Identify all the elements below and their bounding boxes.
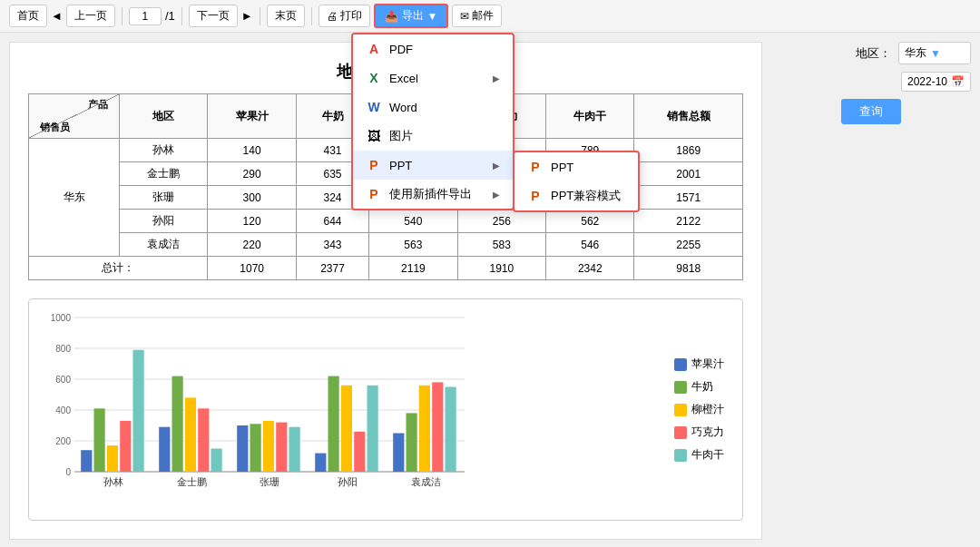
submenu-ppt-label: PPT (551, 161, 573, 174)
next-page-button[interactable]: 下一页 (189, 5, 238, 27)
region-dropdown-arrow: ▼ (930, 47, 941, 60)
col-header-4: 牛肉干 (546, 94, 634, 139)
menu-item-word[interactable]: W Word (353, 93, 513, 122)
svg-rect-17 (393, 434, 404, 473)
legend-color (674, 449, 687, 462)
legend-color (674, 426, 687, 439)
menu-item-ppt[interactable]: P PPT ▶ P PPT P PPT兼容模式 (353, 151, 513, 180)
page-number-input[interactable] (129, 7, 162, 25)
legend-label: 牛肉干 (691, 447, 724, 463)
menu-item-ppt-label: PPT (389, 159, 412, 172)
svg-rect-34 (211, 449, 222, 473)
svg-text:0: 0 (65, 467, 71, 477)
legend-label: 柳橙汁 (691, 402, 724, 417)
region-cell: 华东 (29, 139, 120, 257)
menu-item-excel[interactable]: X Excel ▶ (353, 63, 513, 93)
menu-item-plugin[interactable]: P 使用新插件导出 ▶ (353, 180, 513, 209)
svg-rect-18 (94, 408, 105, 472)
svg-rect-16 (315, 454, 326, 472)
data-cell: 2122 (634, 210, 743, 233)
image-icon: 🖼 (366, 128, 382, 144)
region-row: 地区： 华东 ▼ (771, 42, 971, 64)
svg-text:孙林: 孙林 (103, 476, 123, 487)
chart-legend: 苹果汁牛奶柳橙汁巧克力牛肉干 (674, 308, 733, 511)
plugin-icon: P (366, 186, 382, 202)
legend-color (674, 404, 687, 416)
menu-item-plugin-label: 使用新插件导出 (389, 186, 472, 202)
toolbar: 首页 ◄ 上一页 /1 下一页 ► 末页 🖨 打印 📤 导出 ▼ ✉ 邮件 (0, 0, 980, 33)
col-header-0: 苹果汁 (208, 94, 296, 139)
first-page-button[interactable]: 首页 (9, 5, 47, 27)
total-cell: 2342 (546, 257, 634, 280)
region-value: 华东 (905, 45, 926, 61)
table-corner-header: 产品 销售员 (29, 94, 120, 139)
excel-icon: X (366, 70, 382, 86)
svg-rect-20 (250, 424, 261, 472)
row-name-cell: 孙阳 (120, 210, 208, 233)
export-dropdown-menu: A PDF X Excel ▶ W Word 🖼 图片 P PPT ▶ P PP… (351, 33, 514, 210)
svg-rect-35 (289, 427, 300, 472)
svg-rect-22 (407, 413, 417, 472)
prev-page-button[interactable]: 上一页 (66, 5, 115, 27)
query-button[interactable]: 查询 (841, 99, 901, 124)
svg-rect-31 (354, 432, 365, 472)
print-button[interactable]: 🖨 打印 (318, 5, 370, 27)
legend-item: 苹果汁 (674, 357, 724, 372)
region-label: 地区： (856, 45, 891, 62)
svg-rect-33 (133, 350, 144, 472)
legend-color (674, 358, 687, 371)
data-cell: 583 (457, 233, 545, 257)
ppt-submenu: P PPT P PPT兼容模式 (513, 151, 640, 212)
svg-rect-36 (368, 386, 378, 472)
svg-text:400: 400 (55, 405, 71, 415)
mail-label: 邮件 (472, 8, 494, 24)
ppt-icon: P (366, 157, 382, 173)
page-total: /1 (165, 9, 175, 23)
svg-rect-15 (237, 425, 248, 472)
chart-container: 02004006008001000孙林金士鹏张珊孙阳袁成洁 苹果汁牛奶柳橙汁巧克… (38, 308, 733, 511)
excel-arrow-icon: ▶ (493, 73, 500, 83)
toolbar-divider-2 (181, 7, 182, 25)
data-cell: 290 (208, 162, 296, 186)
legend-item: 巧克力 (674, 425, 724, 440)
menu-item-image-label: 图片 (389, 128, 413, 144)
data-cell: 256 (457, 210, 545, 233)
data-cell: 140 (208, 139, 296, 162)
export-button[interactable]: 📤 导出 ▼ (374, 4, 449, 28)
menu-item-pdf[interactable]: A PDF (353, 34, 513, 63)
menu-item-word-label: Word (389, 101, 417, 114)
mail-button[interactable]: ✉ 邮件 (452, 5, 502, 27)
pdf-icon: A (366, 41, 382, 57)
export-icon: 📤 (385, 10, 398, 23)
svg-rect-13 (81, 450, 92, 472)
region-select[interactable]: 华东 ▼ (898, 42, 971, 64)
date-value: 2022-10 (907, 75, 947, 88)
next-page-label: 下一页 (197, 8, 230, 24)
legend-item: 牛肉干 (674, 447, 724, 463)
chart-area: 02004006008001000孙林金士鹏张珊孙阳袁成洁 苹果汁牛奶柳橙汁巧克… (28, 298, 743, 521)
right-panel: 地区： 华东 ▼ 2022-10 📅 查询 (771, 42, 971, 540)
svg-rect-30 (276, 423, 287, 472)
menu-item-pdf-label: PDF (389, 43, 413, 56)
word-icon: W (366, 99, 382, 115)
ppt-arrow-icon: ▶ (493, 161, 500, 171)
export-dropdown-arrow: ▼ (427, 10, 438, 23)
svg-text:张珊: 张珊 (260, 476, 279, 487)
last-page-button[interactable]: 末页 (267, 5, 305, 27)
query-label: 查询 (859, 104, 883, 118)
date-input[interactable]: 2022-10 📅 (901, 72, 971, 92)
svg-text:600: 600 (55, 375, 71, 385)
total-cell: 9818 (634, 257, 743, 280)
bar-chart: 02004006008001000孙林金士鹏张珊孙阳袁成洁 (38, 308, 474, 508)
submenu-ppt-icon: P (527, 159, 544, 175)
toolbar-divider-4 (311, 7, 312, 25)
submenu-ppt-normal[interactable]: P PPT (514, 152, 638, 181)
legend-item: 柳橙汁 (674, 402, 724, 417)
legend-label: 牛奶 (691, 379, 713, 395)
svg-rect-27 (419, 386, 430, 472)
data-cell: 1571 (634, 186, 743, 210)
data-cell: 562 (546, 210, 634, 233)
submenu-ppt-compat[interactable]: P PPT兼容模式 (514, 181, 638, 210)
col-header-5: 销售总额 (634, 94, 743, 139)
menu-item-image[interactable]: 🖼 图片 (353, 122, 513, 151)
